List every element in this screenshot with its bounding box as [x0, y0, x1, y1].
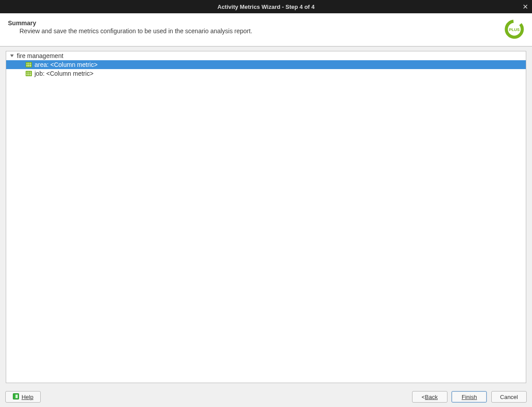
tree-root-label: fire management — [17, 52, 63, 59]
svg-rect-17 — [28, 74, 30, 76]
cancel-button-label: Cancel — [500, 394, 518, 400]
svg-text:PLUS: PLUS — [509, 27, 520, 32]
back-button-label: Back — [425, 394, 438, 400]
metrics-tree[interactable]: fire management area: <Column metric> — [6, 51, 526, 383]
close-icon — [523, 4, 528, 9]
svg-rect-16 — [27, 74, 28, 76]
chevron-down-icon — [10, 54, 14, 58]
expand-collapse-toggle[interactable] — [9, 53, 15, 59]
finish-button-label: Finish — [462, 394, 477, 400]
svg-rect-18 — [30, 74, 31, 76]
header-text: Summary Review and save the metrics conf… — [8, 19, 252, 35]
titlebar: Activity Metrics Wizard - Step 4 of 4 — [0, 0, 532, 13]
finish-button[interactable]: Finish — [451, 391, 487, 403]
back-button-prefix: < — [422, 394, 425, 400]
cplus-logo-icon: PLUS — [505, 19, 524, 39]
footer-bar: Help < Back Finish Cancel — [0, 388, 532, 407]
svg-rect-9 — [27, 65, 28, 67]
column-metric-icon — [26, 62, 32, 67]
svg-rect-14 — [28, 72, 30, 73]
page-title: Summary — [8, 19, 252, 27]
svg-rect-15 — [30, 72, 31, 73]
svg-rect-21 — [14, 395, 15, 398]
help-button-label: Help — [22, 394, 34, 400]
tree-child-item[interactable]: job: <Column metric> — [6, 69, 526, 78]
svg-rect-13 — [27, 72, 28, 73]
window-title: Activity Metrics Wizard - Step 4 of 4 — [217, 4, 315, 10]
close-button[interactable] — [519, 0, 532, 13]
main-area: fire management area: <Column metric> — [0, 47, 532, 388]
cancel-button[interactable]: Cancel — [491, 391, 527, 403]
page-description: Review and save the metrics configuratio… — [8, 27, 252, 35]
tree-item-label: area: <Column metric> — [35, 61, 97, 68]
svg-rect-6 — [27, 63, 28, 64]
help-icon — [13, 393, 19, 401]
column-metric-icon — [26, 71, 32, 76]
footer-left: Help — [5, 391, 41, 403]
back-button[interactable]: < Back — [412, 391, 447, 403]
svg-rect-10 — [28, 65, 30, 67]
svg-rect-8 — [30, 63, 31, 64]
tree-child-item[interactable]: area: <Column metric> — [6, 60, 526, 69]
tree-item-label: job: <Column metric> — [35, 70, 93, 77]
help-button[interactable]: Help — [5, 391, 41, 403]
svg-marker-4 — [10, 54, 14, 57]
svg-rect-11 — [30, 65, 31, 67]
footer-right: < Back Finish Cancel — [412, 391, 527, 403]
svg-rect-7 — [28, 63, 30, 64]
wizard-header: Summary Review and save the metrics conf… — [0, 13, 532, 46]
tree-root-item[interactable]: fire management — [6, 51, 526, 60]
